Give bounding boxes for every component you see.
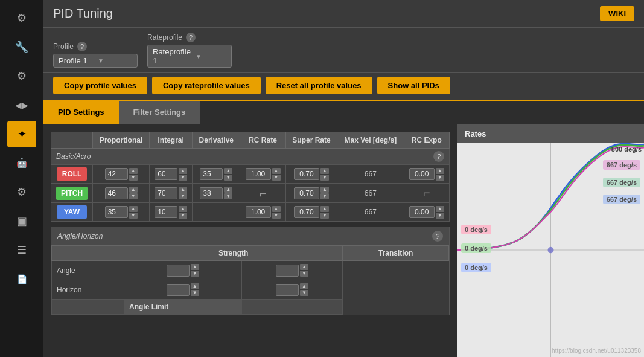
angle-transition-spinner[interactable]: ▲ ▼ — [247, 264, 338, 277]
horizon-transition-up[interactable]: ▲ — [300, 283, 308, 289]
pitch-proportional-up[interactable]: ▲ — [129, 187, 138, 193]
yaw-rc-rate-up[interactable]: ▲ — [272, 206, 281, 212]
yaw-rc-expo-spinner[interactable]: ▲ ▼ — [408, 206, 446, 219]
sidebar-item-video[interactable]: ◀▶ — [7, 92, 36, 118]
roll-rc-expo-up[interactable]: ▲ — [436, 168, 444, 174]
roll-derivative-input[interactable] — [200, 168, 223, 180]
pitch-integral-down[interactable]: ▼ — [179, 193, 187, 199]
roll-proportional-spinner[interactable]: ▲ ▼ — [97, 168, 145, 181]
rateprofile-selector[interactable]: Rateprofile 1 ▼ — [147, 45, 232, 68]
yaw-integral-input[interactable] — [155, 206, 177, 218]
roll-rc-expo-input[interactable] — [409, 168, 435, 180]
pitch-integral-input[interactable] — [155, 187, 177, 199]
pitch-proportional-spinner[interactable]: ▲ ▼ — [97, 187, 145, 199]
roll-proportional-down[interactable]: ▼ — [129, 175, 138, 181]
pitch-super-rate-down[interactable]: ▼ — [320, 193, 329, 199]
angle-transition-input[interactable] — [276, 265, 299, 277]
sidebar-item-page[interactable]: 📄 — [7, 266, 36, 292]
angle-strength-up[interactable]: ▲ — [191, 264, 199, 270]
pitch-integral-up[interactable]: ▲ — [179, 187, 187, 193]
sidebar-item-pid[interactable]: ✦ — [7, 121, 36, 147]
horizon-transition-down[interactable]: ▼ — [300, 290, 308, 296]
angle-transition-up[interactable]: ▲ — [300, 264, 308, 270]
roll-integral-input[interactable] — [155, 168, 177, 180]
pitch-super-rate-up[interactable]: ▲ — [320, 187, 329, 193]
roll-rc-rate-input[interactable] — [246, 168, 271, 180]
yaw-rc-rate-spinner[interactable]: ▲ ▼ — [244, 206, 281, 219]
section-help-icon[interactable]: ? — [433, 151, 444, 162]
pitch-super-rate-input[interactable] — [294, 187, 319, 199]
sidebar-item-config[interactable]: ⚙ — [7, 63, 36, 89]
roll-proportional-up[interactable]: ▲ — [129, 168, 138, 174]
roll-rc-expo-spinner[interactable]: ▲ ▼ — [408, 168, 446, 181]
yaw-proportional-input[interactable] — [105, 206, 128, 218]
pitch-proportional-down[interactable]: ▼ — [129, 193, 138, 199]
horizon-strength-down[interactable]: ▼ — [191, 290, 199, 296]
rateprofile-help-icon[interactable]: ? — [186, 33, 196, 42]
horizon-strength-up[interactable]: ▲ — [191, 283, 199, 289]
sidebar-item-menu[interactable]: ☰ — [7, 237, 36, 263]
sidebar-item-tools[interactable]: 🔧 — [7, 34, 36, 60]
roll-rc-rate-spinner[interactable]: ▲ ▼ — [244, 168, 281, 181]
tab-pid-settings[interactable]: PID Settings — [43, 101, 119, 124]
roll-super-rate-input[interactable] — [294, 168, 319, 180]
roll-integral-spinner[interactable]: ▲ ▼ — [153, 168, 188, 181]
horizon-strength-spinner[interactable]: ▲ ▼ — [129, 283, 237, 296]
horizon-strength-input[interactable] — [167, 284, 190, 296]
roll-rc-expo-down[interactable]: ▼ — [436, 175, 444, 181]
roll-derivative-up[interactable]: ▲ — [224, 168, 232, 174]
angle-transition-down[interactable]: ▼ — [300, 271, 308, 277]
roll-super-rate-up[interactable]: ▲ — [320, 168, 329, 174]
roll-proportional-input[interactable] — [105, 168, 128, 180]
yaw-integral-up[interactable]: ▲ — [179, 206, 187, 212]
yaw-rc-rate-down[interactable]: ▼ — [272, 213, 281, 219]
sidebar-item-settings[interactable]: ⚙ — [7, 5, 36, 31]
yaw-rc-expo-input[interactable] — [409, 206, 435, 218]
yaw-rc-rate-input[interactable] — [246, 206, 271, 218]
angle-strength-input[interactable] — [167, 265, 190, 277]
yaw-super-rate-up[interactable]: ▲ — [320, 206, 329, 212]
sidebar-item-gear2[interactable]: ⚙ — [7, 179, 36, 205]
pitch-derivative-down[interactable]: ▼ — [224, 193, 232, 199]
pitch-integral-spinner[interactable]: ▲ ▼ — [153, 187, 188, 199]
yaw-integral-down[interactable]: ▼ — [179, 213, 187, 219]
roll-derivative-spinner[interactable]: ▲ ▼ — [196, 168, 236, 181]
copy-profile-button[interactable]: Copy profile values — [53, 77, 147, 94]
horizon-transition-spinner[interactable]: ▲ ▼ — [247, 283, 338, 296]
angle-strength-spinner[interactable]: ▲ ▼ — [129, 264, 237, 277]
reset-all-button[interactable]: Reset all profile values — [266, 77, 372, 94]
yaw-super-rate-spinner[interactable]: ▲ ▼ — [290, 206, 333, 219]
horizon-transition-input[interactable] — [276, 284, 299, 296]
profile-selector[interactable]: Profile 1 ▼ — [53, 54, 138, 68]
roll-integral-down[interactable]: ▼ — [179, 175, 187, 181]
roll-derivative-down[interactable]: ▼ — [224, 175, 232, 181]
angle-horizon-help-icon[interactable]: ? — [432, 231, 443, 242]
sidebar-item-display[interactable]: ▣ — [7, 208, 36, 234]
yaw-rc-expo-down[interactable]: ▼ — [436, 213, 444, 219]
pitch-super-rate-spinner[interactable]: ▲ ▼ — [290, 187, 333, 199]
col-header-proportional: Proportional — [93, 132, 150, 149]
profile-help-icon[interactable]: ? — [77, 42, 87, 51]
show-all-pids-button[interactable]: Show all PIDs — [377, 77, 450, 94]
yaw-integral-spinner[interactable]: ▲ ▼ — [153, 206, 188, 219]
yaw-super-rate-down[interactable]: ▼ — [320, 213, 329, 219]
pitch-proportional-input[interactable] — [105, 187, 128, 199]
yaw-proportional-up[interactable]: ▲ — [129, 206, 138, 212]
yaw-super-rate-input[interactable] — [294, 206, 319, 218]
roll-super-rate-down[interactable]: ▼ — [320, 175, 329, 181]
pitch-derivative-up[interactable]: ▲ — [224, 187, 232, 193]
sidebar-item-robot[interactable]: 🤖 — [7, 150, 36, 176]
angle-strength-down[interactable]: ▼ — [191, 271, 199, 277]
roll-rc-rate-down[interactable]: ▼ — [272, 175, 281, 181]
yaw-proportional-spinner[interactable]: ▲ ▼ — [97, 206, 145, 219]
yaw-proportional-down[interactable]: ▼ — [129, 213, 138, 219]
roll-integral-up[interactable]: ▲ — [179, 168, 187, 174]
tab-filter-settings[interactable]: Filter Settings — [119, 101, 200, 124]
pitch-derivative-input[interactable] — [200, 187, 223, 199]
wiki-button[interactable]: WIKI — [600, 6, 634, 21]
yaw-rc-expo-up[interactable]: ▲ — [436, 206, 444, 212]
pitch-derivative-spinner[interactable]: ▲ ▼ — [196, 187, 236, 199]
copy-rateprofile-button[interactable]: Copy rateprofile values — [152, 77, 261, 94]
roll-super-rate-spinner[interactable]: ▲ ▼ — [290, 168, 333, 181]
roll-rc-rate-up[interactable]: ▲ — [272, 168, 281, 174]
